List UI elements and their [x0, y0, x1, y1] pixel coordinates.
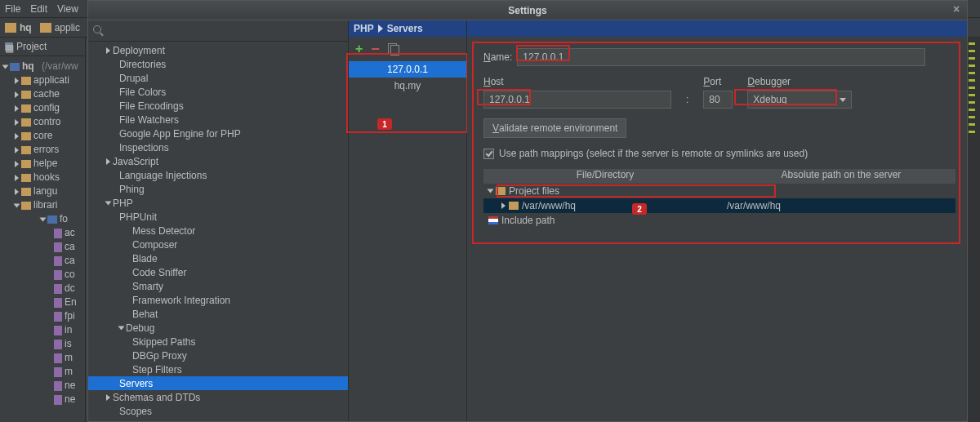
settings-tree-item[interactable]: File Watchers [88, 113, 348, 127]
chevron-icon[interactable] [15, 175, 19, 181]
tree-file[interactable]: ac [0, 226, 85, 240]
settings-tree-item[interactable]: Spelling [88, 418, 348, 421]
settings-tree-item[interactable]: Mess Detector [88, 224, 348, 238]
tree-folder[interactable]: langu [0, 184, 85, 198]
tree-file[interactable]: En [0, 295, 85, 309]
settings-tree-item[interactable]: Deployment [88, 43, 348, 57]
settings-search-input[interactable] [108, 25, 343, 37]
tree-file[interactable]: ca [0, 240, 85, 254]
server-port-input[interactable] [703, 91, 733, 109]
mapping-table-body[interactable]: Project files/var/www/hq/var/www/hqInclu… [483, 184, 956, 228]
chevron-icon[interactable] [15, 119, 19, 126]
tree-folder[interactable]: config [0, 101, 85, 115]
copy-icon[interactable] [388, 43, 399, 55]
settings-tree-item[interactable]: Step Filters [88, 362, 348, 376]
tree-folder[interactable]: hooks [0, 171, 85, 184]
chevron-down-icon[interactable] [40, 217, 47, 221]
nav-dir-2[interactable]: applic [55, 22, 80, 33]
tree-file[interactable]: ne [0, 393, 85, 406]
close-icon[interactable]: × [951, 4, 962, 16]
tree-file[interactable]: ne [0, 379, 85, 393]
settings-tree-item[interactable]: Debug [88, 321, 348, 335]
settings-tree-item[interactable]: Smarty [88, 279, 348, 293]
menu-edit[interactable]: Edit [30, 3, 47, 15]
use-path-mappings-checkbox[interactable] [483, 149, 494, 159]
settings-tree-item[interactable]: Inspections [88, 140, 348, 154]
settings-tree-item[interactable]: Directories [88, 57, 348, 71]
chevron-right-icon[interactable] [106, 47, 110, 54]
chevron-icon[interactable] [501, 202, 506, 209]
tree-file[interactable]: m [0, 351, 85, 365]
chevron-icon[interactable] [15, 147, 19, 153]
settings-tree-item[interactable]: JavaScript [88, 154, 348, 168]
chevron-down-icon[interactable] [2, 64, 9, 69]
settings-tree-item[interactable]: Schemas and DTDs [88, 390, 348, 404]
chevron-right-icon[interactable] [106, 158, 110, 165]
settings-tree-item[interactable]: Blade [88, 251, 348, 265]
tree-file[interactable]: co [0, 268, 85, 282]
tree-folder[interactable]: helpe [0, 157, 85, 171]
project-tree[interactable]: hq (/var/ww applicaticacheconfigcontroco… [0, 56, 85, 410]
project-tool-button[interactable]: ▦ Project [0, 38, 85, 56]
server-list-item[interactable]: hq.my [349, 78, 466, 94]
settings-tree-item[interactable]: Language Injections [88, 168, 348, 182]
tree-folder[interactable]: fo [60, 212, 68, 226]
mapping-row[interactable]: /var/www/hq/var/www/hq [483, 198, 956, 213]
menu-view[interactable]: View [57, 3, 78, 15]
tree-file[interactable]: is [0, 337, 85, 351]
chevron-down-icon[interactable] [105, 201, 112, 205]
settings-tree-item[interactable]: PHPUnit [88, 210, 348, 224]
tree-file[interactable]: dc [0, 282, 85, 295]
mapping-row[interactable]: Project files [483, 184, 956, 198]
breadcrumb-root[interactable]: PHP [354, 23, 374, 34]
settings-tree-item[interactable]: Drupal [88, 71, 348, 85]
mapping-row[interactable]: Include path [483, 213, 956, 228]
server-list[interactable]: 127.0.0.1hq.my [349, 61, 466, 421]
project-root-name[interactable]: hq [22, 60, 34, 73]
tree-folder[interactable]: applicati [0, 73, 85, 87]
settings-tree-item[interactable]: Skipped Paths [88, 335, 348, 349]
settings-tree-item[interactable]: Phing [88, 182, 348, 196]
settings-tree-item[interactable]: Scopes [88, 404, 348, 418]
validate-button[interactable]: Validate remote environment [483, 118, 626, 138]
chevron-icon[interactable] [15, 78, 19, 84]
chevron-down-icon[interactable] [118, 326, 125, 330]
settings-tree-item[interactable]: Framework Integration [88, 293, 348, 307]
tree-file[interactable]: fpi [0, 309, 85, 323]
settings-tree-item[interactable]: PHP [88, 196, 348, 210]
settings-tree-item[interactable]: Servers [88, 376, 348, 390]
chevron-icon[interactable] [15, 133, 19, 140]
settings-search[interactable] [88, 20, 348, 42]
chevron-icon[interactable] [15, 189, 19, 195]
tree-folder[interactable]: core [0, 129, 85, 143]
chevron-icon[interactable] [14, 203, 20, 207]
chevron-icon[interactable] [15, 161, 19, 167]
remove-icon[interactable]: − [371, 46, 380, 52]
chevron-right-icon[interactable] [106, 394, 110, 401]
chevron-icon[interactable] [488, 189, 494, 193]
add-icon[interactable]: + [355, 42, 363, 56]
tree-folder[interactable]: librari [0, 198, 85, 212]
settings-tree[interactable]: DeploymentDirectoriesDrupalFile ColorsFi… [88, 42, 348, 421]
server-list-item[interactable]: 127.0.0.1 [349, 61, 466, 78]
settings-tree-item[interactable]: Google App Engine for PHP [88, 127, 348, 140]
server-name-input[interactable] [517, 48, 925, 66]
tree-folder[interactable]: cache [0, 87, 85, 101]
chevron-icon[interactable] [15, 91, 19, 98]
menu-file[interactable]: File [5, 3, 20, 15]
settings-tree-item[interactable]: File Colors [88, 85, 348, 99]
debugger-select[interactable]: Xdebug [747, 91, 852, 109]
settings-tree-item[interactable]: DBGp Proxy [88, 349, 348, 362]
nav-dir-1[interactable]: hq [20, 22, 32, 33]
tree-file[interactable]: m [0, 365, 85, 379]
tree-folder[interactable]: errors [0, 143, 85, 157]
settings-tree-item[interactable]: Behat [88, 307, 348, 321]
tree-file[interactable]: ca [0, 254, 85, 268]
tree-file[interactable]: in [0, 323, 85, 337]
settings-tree-item[interactable]: Code Sniffer [88, 265, 348, 279]
dialog-titlebar[interactable]: Settings × [88, 1, 967, 20]
chevron-icon[interactable] [15, 105, 19, 112]
settings-tree-item[interactable]: File Encodings [88, 99, 348, 113]
server-host-input[interactable] [483, 91, 671, 109]
settings-tree-item[interactable]: Composer [88, 238, 348, 251]
